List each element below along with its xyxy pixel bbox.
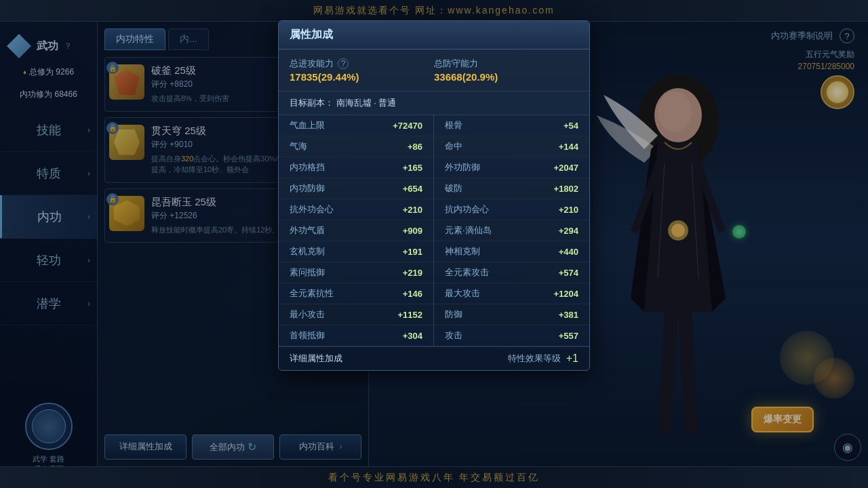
- row-break-defense: 破防 +1802: [434, 178, 589, 199]
- row-hit: 命中 +144: [434, 136, 589, 157]
- row-suwen: 素问抵御 +219: [279, 262, 433, 283]
- row-element-island: 元素·滴仙岛 +294: [434, 220, 589, 241]
- attribute-popup: 属性加成 总进攻能力 ? 17835(29.44%) 总防守能力 33668(2…: [278, 20, 590, 371]
- special-grade-area: 特性效果等级 +1: [508, 352, 578, 365]
- detail-link[interactable]: 详细属性加成: [290, 352, 342, 365]
- popup-title: 属性加成: [290, 28, 333, 40]
- defense-label: 总防守能力: [434, 58, 578, 70]
- row-all-elem-atk: 全元素攻击 +574: [434, 262, 589, 283]
- attack-help-icon[interactable]: ?: [338, 58, 349, 69]
- attack-label: 总进攻能力: [290, 58, 334, 70]
- target-label: 目标副本：: [290, 98, 334, 108]
- row-inner-defense: 内功防御 +654: [279, 178, 433, 199]
- target-value: 南海乱墟 · 普通: [336, 98, 397, 108]
- popup-table-left: 气血上限 +72470 气海 +86 内功格挡 +165 内功防御 +654 抗…: [279, 115, 434, 346]
- row-xuanji: 玄机克制 +191: [279, 241, 433, 262]
- row-anti-inner-crit: 抗内功会心 +210: [434, 199, 589, 220]
- row-shenxiang: 神相克制 +440: [434, 241, 589, 262]
- defense-stat: 总防守能力 33668(20.9%): [434, 58, 578, 83]
- popup-footer: 详细属性加成 特性效果等级 +1: [279, 346, 589, 370]
- row-anti-outer-crit: 抗外功会心 +210: [279, 199, 433, 220]
- row-outer-shield: 外功气盾 +909: [279, 220, 433, 241]
- row-max-atk: 最大攻击 +1204: [434, 283, 589, 304]
- popup-table: 气血上限 +72470 气海 +86 内功格挡 +165 内功防御 +654 抗…: [279, 115, 589, 346]
- row-boss-resist: 首领抵御 +304: [279, 325, 433, 346]
- row-outer-defense: 外功防御 +2047: [434, 157, 589, 178]
- row-hp: 气血上限 +72470: [279, 115, 433, 136]
- attack-stat: 总进攻能力 ? 17835(29.44%): [290, 58, 434, 83]
- row-defense: 防御 +381: [434, 304, 589, 325]
- row-inner-block: 内功格挡 +165: [279, 157, 433, 178]
- special-value: +1: [566, 352, 578, 365]
- row-attack: 攻击 +557: [434, 325, 589, 346]
- row-min-atk: 最小攻击 +1152: [279, 304, 433, 325]
- defense-value: 33668(20.9%): [434, 71, 578, 83]
- popup-target: 目标副本： 南海乱墟 · 普通: [279, 92, 589, 115]
- special-label: 特性效果等级: [508, 352, 561, 365]
- popup-header: 属性加成: [279, 21, 589, 49]
- row-qihai: 气海 +86: [279, 136, 433, 157]
- attack-value: 17835(29.44%): [290, 71, 434, 83]
- popup-table-right: 根骨 +54 命中 +144 外功防御 +2047 破防 +1802 抗内功会心: [434, 115, 589, 346]
- row-all-resist: 全元素抗性 +146: [279, 283, 433, 304]
- popup-overlay: 属性加成 总进攻能力 ? 17835(29.44%) 总防守能力 33668(2…: [0, 0, 868, 488]
- row-bone: 根骨 +54: [434, 115, 589, 136]
- popup-stats: 总进攻能力 ? 17835(29.44%) 总防守能力 33668(20.9%): [279, 49, 589, 92]
